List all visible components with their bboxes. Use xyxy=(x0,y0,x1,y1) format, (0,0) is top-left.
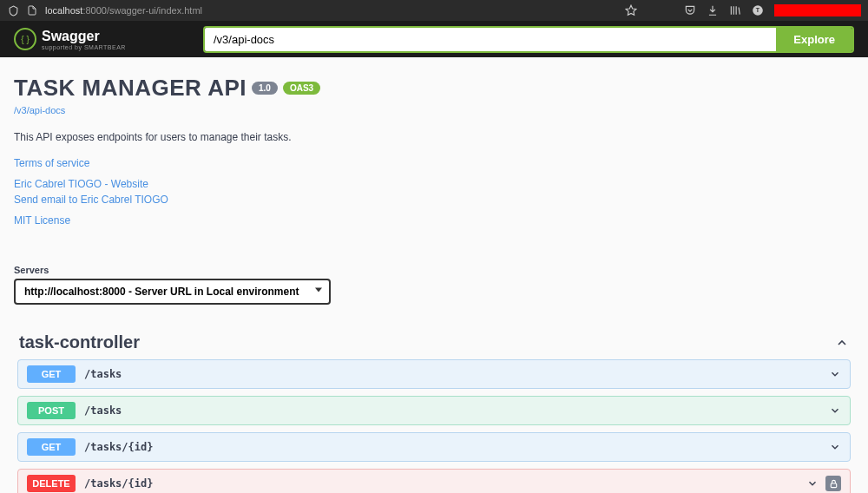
endpoint-row[interactable]: POST/tasks xyxy=(17,396,851,425)
svg-rect-3 xyxy=(831,483,836,488)
api-info-section: TASK MANAGER API 1.0 OAS3 /v3/api-docs T… xyxy=(0,57,868,246)
chevron-up-icon xyxy=(835,336,849,350)
http-method-badge: POST xyxy=(27,402,76,419)
chevron-down-icon xyxy=(829,441,841,453)
swagger-logo[interactable]: { } Swagger supported by SMARTBEAR xyxy=(14,28,126,50)
lock-icon[interactable] xyxy=(825,476,841,491)
explore-button[interactable]: Explore xyxy=(776,28,852,51)
page-icon xyxy=(26,4,38,16)
server-select[interactable]: http://localhost:8000 - Server URL in Lo… xyxy=(14,279,331,305)
url-display[interactable]: localhost:8000/swagger-ui/index.html xyxy=(45,5,202,16)
account-icon[interactable]: T xyxy=(752,4,764,16)
oas-badge: OAS3 xyxy=(283,82,320,95)
controller-name: task-controller xyxy=(19,332,140,352)
tos-link[interactable]: Terms of service xyxy=(14,155,854,171)
api-description: This API exposes endpoints for users to … xyxy=(14,131,854,143)
api-title: TASK MANAGER API xyxy=(14,75,247,102)
operations-section: task-controller GET/tasksPOST/tasksGET/t… xyxy=(0,319,868,493)
version-badge: 1.0 xyxy=(252,82,278,95)
http-method-badge: DELETE xyxy=(27,475,76,492)
endpoint-path: /tasks xyxy=(84,368,829,380)
swagger-logo-icon: { } xyxy=(14,28,36,50)
shield-icon xyxy=(7,4,19,16)
spec-url-form: Explore xyxy=(203,26,854,53)
servers-label: Servers xyxy=(14,265,854,275)
endpoint-path: /tasks xyxy=(84,404,829,417)
endpoint-row[interactable]: GET/tasks/{id} xyxy=(17,432,851,462)
spec-url-input[interactable] xyxy=(205,28,776,51)
library-icon[interactable] xyxy=(729,4,741,16)
license-link[interactable]: MIT License xyxy=(14,213,854,228)
contact-email-link[interactable]: Send email to Eric Cabrel TIOGO xyxy=(14,192,854,207)
svg-text:T: T xyxy=(756,7,760,13)
author-link[interactable]: Eric Cabrel TIOGO - Website xyxy=(14,176,854,192)
logo-text: Swagger xyxy=(42,29,126,44)
svg-marker-0 xyxy=(626,5,636,15)
api-docs-link[interactable]: /v3/api-docs xyxy=(14,105,65,115)
swagger-topbar: { } Swagger supported by SMARTBEAR Explo… xyxy=(0,21,868,57)
http-method-badge: GET xyxy=(27,438,76,456)
chevron-down-icon xyxy=(806,477,819,490)
endpoint-path: /tasks/{id} xyxy=(84,477,806,490)
endpoint-path: /tasks/{id} xyxy=(84,441,829,453)
star-icon[interactable] xyxy=(625,4,637,16)
endpoint-row[interactable]: DELETE/tasks/{id} xyxy=(17,469,851,493)
chevron-down-icon xyxy=(829,368,841,380)
chevron-down-icon xyxy=(829,404,841,417)
pocket-icon[interactable] xyxy=(684,4,696,16)
controller-toggle[interactable]: task-controller xyxy=(17,325,851,359)
download-icon[interactable] xyxy=(707,4,719,16)
logo-subtitle: supported by SMARTBEAR xyxy=(42,44,126,50)
servers-section: Servers http://localhost:8000 - Server U… xyxy=(0,254,868,319)
redacted-area xyxy=(774,4,861,16)
endpoint-row[interactable]: GET/tasks xyxy=(17,359,851,389)
http-method-badge: GET xyxy=(27,365,76,383)
browser-address-bar: localhost:8000/swagger-ui/index.html T xyxy=(0,0,868,21)
